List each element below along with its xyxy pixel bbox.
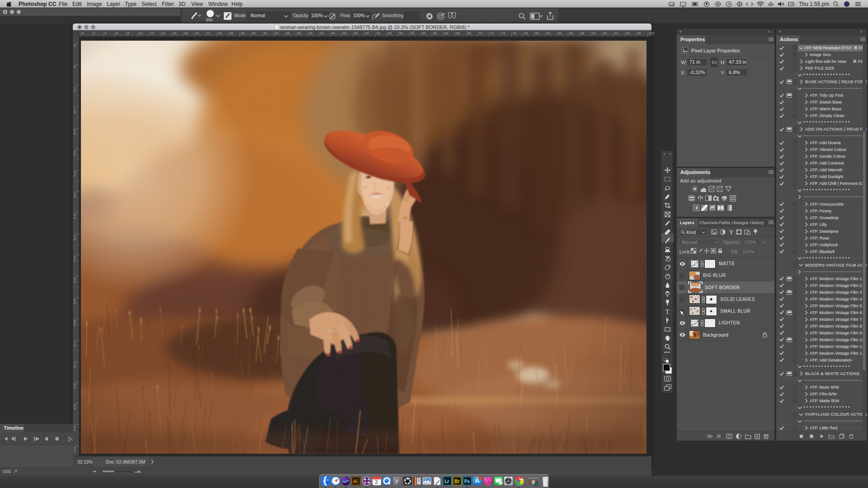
svg-text:T: T bbox=[730, 229, 733, 235]
svg-text:F: F bbox=[396, 478, 399, 485]
svg-text:2: 2 bbox=[375, 479, 378, 485]
svg-text:Br: Br bbox=[455, 479, 460, 484]
svg-text:Ai: Ai bbox=[353, 479, 358, 484]
svg-text:fx: fx bbox=[717, 433, 721, 439]
svg-text:T: T bbox=[665, 309, 670, 314]
svg-text:Lr: Lr bbox=[445, 479, 449, 484]
svg-text:Ps: Ps bbox=[464, 479, 470, 484]
svg-text:Ps: Ps bbox=[535, 483, 538, 486]
